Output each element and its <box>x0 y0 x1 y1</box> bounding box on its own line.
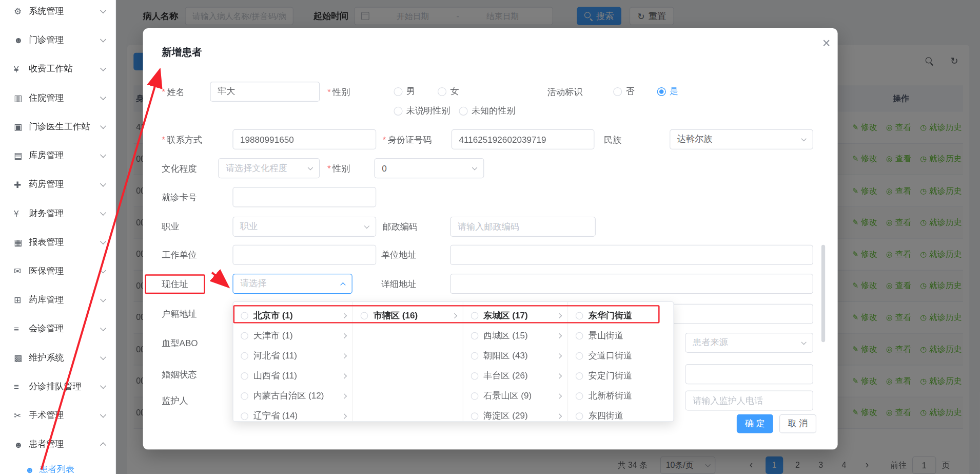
sidebar-item-12[interactable]: ▩维护系统 <box>0 344 115 372</box>
occupation-select[interactable]: 职业 <box>232 217 376 237</box>
required-marker: * <box>327 87 331 97</box>
cascader-option[interactable]: 辽宁省 (14) <box>233 406 353 422</box>
radio-icon[interactable] <box>241 372 248 380</box>
radio-icon[interactable] <box>576 312 583 320</box>
guardian-phone-input[interactable] <box>685 390 813 410</box>
cascader-option[interactable]: 山西省 (11) <box>233 366 353 386</box>
doctor-workstation-icon: ▣ <box>14 122 29 132</box>
sidebar-item-14[interactable]: ✂手术管理 <box>0 401 115 430</box>
cascader-option[interactable]: 天津市 (1) <box>233 326 353 346</box>
cascader-option[interactable]: 内蒙古自治区 (12) <box>233 386 353 406</box>
sidebar-item-8[interactable]: ▦报表管理 <box>0 228 115 257</box>
name-input[interactable] <box>210 82 320 102</box>
radio-icon[interactable] <box>241 312 248 320</box>
cascader-option[interactable]: 东城区 (17) <box>463 306 568 326</box>
radio-icon[interactable] <box>576 412 583 420</box>
chevron-down-icon <box>100 296 106 302</box>
sidebar-item-5[interactable]: ▤库房管理 <box>0 141 115 170</box>
cascader-option[interactable]: 安定门街道 <box>569 366 674 386</box>
sidebar-item-10[interactable]: ⊞药库管理 <box>0 286 115 314</box>
radio-icon[interactable] <box>576 352 583 360</box>
cascader-option[interactable]: 东华门街道 <box>569 306 674 326</box>
radio-icon[interactable] <box>471 352 479 360</box>
cascader-option[interactable]: 景山街道 <box>569 326 674 346</box>
sidebar-item-7[interactable]: ¥财务管理 <box>0 199 115 228</box>
cascader-option[interactable]: 朝阳区 (43) <box>463 346 568 366</box>
cascader-option[interactable]: 东四街道 <box>569 406 674 422</box>
radio-option[interactable]: 否 <box>613 86 635 97</box>
unit-address-input[interactable] <box>450 245 813 265</box>
radio-option[interactable]: 男 <box>394 86 415 97</box>
cascader-option[interactable]: 丰台区 (26) <box>463 366 568 386</box>
sidebar-item-11[interactable]: ≡会诊管理 <box>0 314 115 343</box>
id-number-input[interactable] <box>452 129 595 149</box>
cascader-option[interactable]: 市辖区 (16) <box>354 306 463 326</box>
marital-status-label: 婚姻状态 <box>162 364 197 384</box>
close-icon[interactable]: × <box>817 34 835 52</box>
cancel-button[interactable]: 取 消 <box>779 414 816 433</box>
chevron-down-icon <box>100 267 106 273</box>
radio-icon[interactable] <box>471 312 479 320</box>
radio-icon[interactable] <box>471 332 479 340</box>
maintenance-icon: ▩ <box>14 353 29 363</box>
gender-radio-row2: 未说明性别未知的性别 <box>394 101 515 121</box>
radio-icon[interactable] <box>576 372 583 380</box>
cascader-panel: 北京市 (1)天津市 (1)河北省 (11)山西省 (11)内蒙古自治区 (12… <box>232 301 674 422</box>
contact-input[interactable] <box>232 129 376 149</box>
sidebar-item-15[interactable]: ☻患者管理 <box>0 430 115 459</box>
radio-icon[interactable] <box>471 372 479 380</box>
current-address-cascader-select[interactable]: 请选择 <box>232 274 352 294</box>
work-unit-input[interactable] <box>232 245 376 265</box>
radio-icon[interactable] <box>471 392 479 400</box>
sidebar-item-3[interactable]: ▥住院管理 <box>0 84 115 112</box>
chevron-down-icon <box>100 151 106 158</box>
sidebar-item-13[interactable]: ≡分诊排队管理 <box>0 372 115 401</box>
sidebar-item-1[interactable]: ☻门诊管理 <box>0 26 115 54</box>
education-select[interactable]: 请选择文化程度 <box>218 158 320 178</box>
chevron-up-icon <box>100 442 106 448</box>
radio-icon[interactable] <box>576 332 583 340</box>
radio-icon[interactable] <box>576 392 583 400</box>
sidebar-item-2[interactable]: ¥收费工作站 <box>0 54 115 83</box>
modal-scrollbar[interactable] <box>821 245 825 342</box>
radio-icon[interactable] <box>241 332 248 340</box>
cascader-column: 市辖区 (16) <box>354 302 463 421</box>
sidebar-item-6[interactable]: ✚药房管理 <box>0 170 115 199</box>
detail-address-input[interactable] <box>450 274 813 294</box>
sidebar-item-4[interactable]: ▣门诊医生工作站 <box>0 112 115 141</box>
radio-option[interactable]: 未说明性别 <box>394 105 450 117</box>
radio-icon <box>459 107 468 116</box>
radio-option[interactable]: 女 <box>438 86 459 97</box>
chevron-right-icon <box>557 393 562 399</box>
sidebar-item-9[interactable]: ✉医保管理 <box>0 257 115 286</box>
chevron-down-icon <box>100 7 106 13</box>
chevron-down-icon <box>100 411 106 418</box>
cascader-option[interactable]: 北新桥街道 <box>569 386 674 406</box>
text-input[interactable] <box>685 364 813 384</box>
cascader-option[interactable]: 海淀区 (29) <box>463 406 568 422</box>
patient-source-select[interactable]: 患者来源 <box>685 333 813 353</box>
chevron-right-icon <box>557 333 562 338</box>
radio-icon[interactable] <box>241 412 248 420</box>
radio-icon[interactable] <box>471 412 479 420</box>
visit-card-input[interactable] <box>232 187 376 207</box>
radio-icon[interactable] <box>361 312 368 320</box>
cascader-option[interactable]: 北京市 (1) <box>233 306 353 326</box>
cascader-option[interactable]: 西城区 (15) <box>463 326 568 346</box>
confirm-button[interactable]: 确 定 <box>737 414 773 433</box>
ethnicity-select[interactable]: 达斡尔族 <box>670 129 813 149</box>
visit-card-label: 就诊卡号 <box>162 187 197 207</box>
radio-option[interactable]: 是 <box>657 86 679 97</box>
radio-icon[interactable] <box>241 392 248 400</box>
cascader-option[interactable]: 河北省 (11) <box>233 346 353 366</box>
required-marker: * <box>162 87 165 97</box>
cascader-option[interactable]: 交道口街道 <box>569 346 674 366</box>
sidebar-item-patient-list[interactable]: ☻ 患者列表 <box>0 457 116 474</box>
sidebar-item-0[interactable]: ⚙系统管理 <box>0 0 115 26</box>
gender-code-select[interactable]: 0 <box>375 158 484 178</box>
work-unit-label: 工作单位 <box>162 245 197 265</box>
radio-option[interactable]: 未知的性别 <box>459 105 516 117</box>
postal-code-input[interactable] <box>450 217 596 237</box>
cascader-option[interactable]: 石景山区 (9) <box>463 386 568 406</box>
radio-icon[interactable] <box>241 352 248 360</box>
